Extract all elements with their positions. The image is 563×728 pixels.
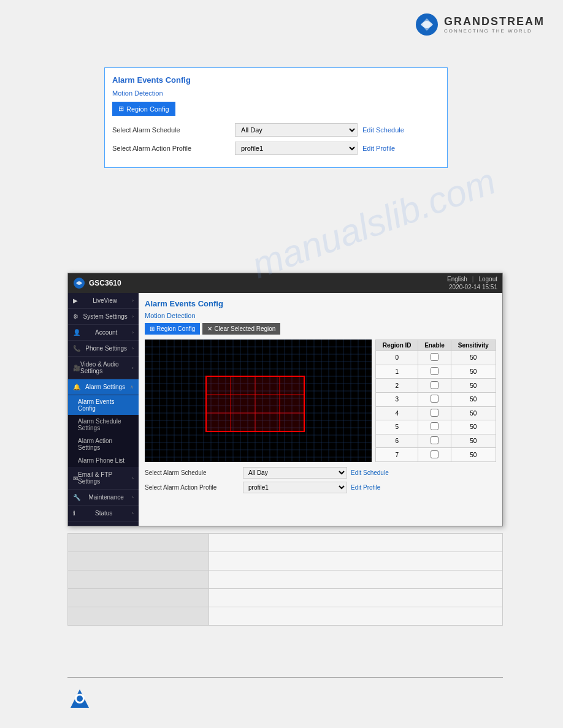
top-config-box: Alarm Events Config Motion Detection ⊞ R… — [104, 67, 448, 168]
divider: | — [472, 276, 474, 282]
region-id-cell: 1 — [376, 365, 418, 379]
sidebar-item-phone-settings[interactable]: 📞 Phone Settings › — [68, 341, 139, 357]
region-sensitivity-cell: 50 — [451, 392, 496, 406]
action-buttons: ⊞ Region Config ✕ Clear Selected Region — [145, 323, 496, 335]
region-sensitivity-cell: 50 — [451, 365, 496, 379]
system-settings-icon: ⚙ — [73, 313, 79, 320]
top-edit-profile-link[interactable]: Edit Profile — [362, 145, 395, 152]
alarm-schedule-row: Select Alarm Schedule All Day Edit Sched… — [145, 467, 496, 479]
logout-button[interactable]: Logout — [478, 276, 497, 282]
region-enable-checkbox[interactable] — [431, 395, 439, 403]
region-enable-checkbox[interactable] — [431, 353, 439, 361]
bottom-table-area — [67, 533, 503, 626]
account-icon: 👤 — [73, 329, 80, 336]
brand-tagline: CONNECTING THE WORLD — [444, 28, 545, 34]
gray-col2 — [209, 589, 503, 607]
detection-area: Region ID Enable Sensitivity 0 50 1 50 2… — [145, 339, 496, 462]
region-enable-cell[interactable] — [418, 365, 451, 379]
alarm-action-select[interactable]: profile1 — [243, 482, 347, 493]
gray-col1 — [68, 607, 209, 626]
sidebar-subitem-alarm-events-config[interactable]: Alarm Events Config — [68, 395, 139, 415]
region-table-row: 6 50 — [376, 434, 496, 448]
alarm-settings-icon: 🔔 — [73, 384, 80, 390]
sidebar-subitem-alarm-phone[interactable]: Alarm Phone List — [68, 454, 139, 467]
alarm-schedule-select[interactable]: All Day — [243, 467, 347, 479]
top-alarm-action-row: Select Alarm Action Profile profile1 Edi… — [112, 142, 440, 155]
region-enable-checkbox[interactable] — [431, 436, 439, 444]
edit-profile-link[interactable]: Edit Profile — [351, 484, 380, 491]
phone-settings-icon: 📞 — [73, 345, 80, 352]
col-sensitivity: Sensitivity — [451, 340, 496, 351]
sidebar-item-account[interactable]: 👤 Account › — [68, 325, 139, 341]
logo-area: GRANDSTREAM CONNECTING THE WORLD — [415, 12, 545, 37]
bottom-logo — [67, 686, 92, 711]
region-enable-cell[interactable] — [418, 379, 451, 393]
clear-selected-button[interactable]: ✕ Clear Selected Region — [202, 323, 280, 335]
sidebar-subitem-alarm-schedule[interactable]: Alarm Schedule Settings — [68, 415, 139, 434]
watermark: manualslib.com — [247, 160, 501, 287]
sidebar-item-status[interactable]: ℹ Status › — [68, 506, 139, 521]
gray-table-row — [68, 589, 503, 607]
motion-detection-label: Motion Detection — [145, 312, 496, 319]
region-enable-checkbox[interactable] — [431, 367, 439, 375]
gray-col2 — [209, 534, 503, 552]
top-alarm-schedule-row: Select Alarm Schedule All Day Edit Sched… — [112, 123, 440, 137]
region-id-cell: 7 — [376, 448, 418, 462]
region-enable-checkbox[interactable] — [431, 422, 439, 430]
logo-text: GRANDSTREAM CONNECTING THE WORLD — [444, 15, 545, 34]
edit-schedule-link[interactable]: Edit Schedule — [351, 469, 389, 476]
sidebar-email-ftp-label: Email & FTP Settings — [78, 471, 132, 485]
top-edit-schedule-link[interactable]: Edit Schedule — [362, 126, 404, 134]
sidebar-item-maintenance[interactable]: 🔧 Maintenance › — [68, 490, 139, 506]
browser-header-right: English | Logout 2020-02-14 15:51 — [447, 276, 497, 290]
sidebar-subitem-alarm-action[interactable]: Alarm Action Settings — [68, 434, 139, 454]
top-alarm-action-label: Select Alarm Action Profile — [112, 145, 235, 152]
region-enable-cell[interactable] — [418, 406, 451, 420]
region-id-cell: 3 — [376, 392, 418, 406]
region-table-row: 3 50 — [376, 392, 496, 406]
gray-table — [67, 533, 503, 626]
region-enable-cell[interactable] — [418, 420, 451, 434]
language-label: English — [447, 276, 467, 282]
top-region-config-button[interactable]: ⊞ Region Config — [112, 102, 175, 116]
video-audio-icon: 🎥 — [73, 365, 80, 371]
region-enable-checkbox[interactable] — [431, 409, 439, 417]
gray-col2 — [209, 571, 503, 589]
browser-body: ▶ LiveView › ⚙ System Settings › 👤 Accou… — [68, 293, 502, 526]
top-alarm-schedule-label: Select Alarm Schedule — [112, 126, 235, 134]
region-enable-cell[interactable] — [418, 351, 451, 365]
top-alarm-schedule-select[interactable]: All Day — [235, 123, 358, 137]
browser-title: GSC3610 — [89, 279, 121, 287]
gray-col1 — [68, 571, 209, 589]
liveview-icon: ▶ — [73, 297, 78, 304]
region-table-row: 2 50 — [376, 379, 496, 393]
sidebar-item-email-ftp[interactable]: ✉ Email & FTP Settings › — [68, 467, 139, 490]
alarm-schedule-label: Select Alarm Schedule — [145, 469, 243, 476]
region-id-cell: 6 — [376, 434, 418, 448]
region-sensitivity-cell: 50 — [451, 448, 496, 462]
sidebar-item-liveview[interactable]: ▶ LiveView › — [68, 293, 139, 309]
region-enable-checkbox[interactable] — [431, 450, 439, 458]
region-config-button[interactable]: ⊞ Region Config — [145, 323, 200, 335]
main-content: Alarm Events Config Motion Detection ⊞ R… — [139, 293, 502, 526]
sidebar-status-label: Status — [95, 510, 112, 517]
region-enable-cell[interactable] — [418, 448, 451, 462]
sidebar-system-settings-label: System Settings — [83, 313, 128, 320]
maintenance-arrow-icon: › — [132, 495, 134, 500]
svg-point-13 — [77, 696, 83, 702]
sidebar-item-alarm-settings[interactable]: 🔔 Alarm Settings ∧ — [68, 379, 139, 395]
region-enable-cell[interactable] — [418, 434, 451, 448]
bottom-logo-icon — [67, 686, 92, 711]
top-alarm-action-select[interactable]: profile1 — [235, 142, 358, 155]
gray-col1 — [68, 534, 209, 552]
sidebar-item-video-audio[interactable]: 🎥 Video & Audio Settings › — [68, 357, 139, 379]
col-enable: Enable — [418, 340, 451, 351]
sidebar-account-label: Account — [95, 329, 117, 336]
bottom-form: Select Alarm Schedule All Day Edit Sched… — [145, 467, 496, 493]
sidebar-item-system-settings[interactable]: ⚙ System Settings › — [68, 309, 139, 325]
region-table-row: 7 50 — [376, 448, 496, 462]
alarm-settings-arrow-icon: ∧ — [130, 384, 134, 390]
region-enable-cell[interactable] — [418, 392, 451, 406]
region-enable-checkbox[interactable] — [431, 381, 439, 389]
motion-grid-canvas[interactable] — [145, 339, 372, 462]
